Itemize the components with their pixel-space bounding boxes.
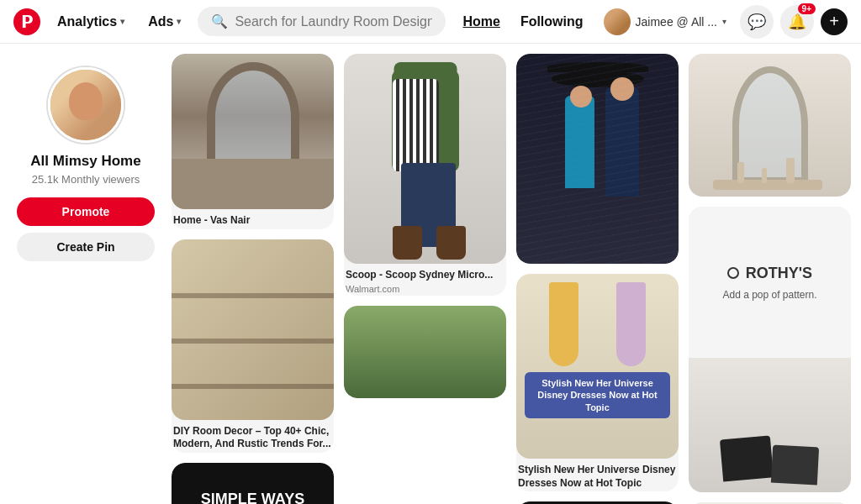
pins-column-2: Home - Vas Nair DIY Room Decor – Top 40+…	[172, 54, 334, 504]
pin-disney-overlay: Stylish New Her Universe Disney Dresses …	[525, 372, 670, 418]
header-right: Home Following Jaimee @ All ... ▾ 💬 🔔 9+…	[456, 5, 848, 39]
profile-avatar	[48, 67, 124, 143]
pin-living-room[interactable]: Home - Vas Nair	[172, 54, 334, 229]
pin-couple-image	[516, 54, 679, 264]
search-input[interactable]	[235, 14, 432, 29]
rothys-logo: ROTHY'S	[727, 265, 812, 282]
username: Jaimee @ All ...	[636, 15, 717, 29]
notifications-button[interactable]: 🔔 9+	[780, 5, 814, 39]
pin-simple-text: Simple WaysTo Update Your	[186, 491, 320, 504]
pin-simple-ways[interactable]: Simple WaysTo Update Your	[172, 463, 334, 504]
pin-disney[interactable]: Stylish New Her Universe Disney Dresses …	[516, 274, 679, 491]
pin-outfit-title: Scoop - Scoop Sydney Micro...	[346, 269, 504, 282]
rothys-brand-section: ROTHY'S Add a pop of pattern.	[689, 207, 851, 358]
pins-column-center: Stylish New Her Universe Disney Dresses …	[516, 54, 679, 504]
pin-arch[interactable]	[689, 54, 851, 197]
profile-viewers: 25.1k Monthly viewers	[32, 173, 140, 186]
pin-outfit-image	[344, 54, 506, 264]
pin-nature[interactable]	[344, 306, 506, 398]
pin-couple[interactable]	[516, 54, 679, 264]
pin-outfit-source: Walmart.com	[346, 284, 504, 294]
rothys-shoe-image	[689, 358, 851, 492]
pin-rothys[interactable]: ROTHY'S Add a pop of pattern.	[689, 207, 851, 492]
following-link[interactable]: Following	[514, 9, 590, 34]
pin-nature-image	[344, 306, 506, 398]
header: 𝗣 Analytics ▾ Ads ▾ 🔍 Home Following Jai…	[0, 0, 861, 44]
pin-shelf-room[interactable]: DIY Room Decor – Top 40+ Chic, Modern, A…	[172, 239, 334, 453]
analytics-label: Analytics	[57, 14, 117, 29]
pins-layout: All Mimsy Home 25.1k Monthly viewers Pro…	[0, 54, 861, 504]
pin-disney-title: Stylish New Her Universe Disney Dresses …	[518, 464, 677, 490]
pins-column-4: ROTHY'S Add a pop of pattern.	[689, 54, 851, 504]
pin-outfit[interactable]: Scoop - Scoop Sydney Micro... Walmart.co…	[344, 54, 506, 296]
pin-living-room-title: Home - Vas Nair	[173, 214, 332, 228]
profile-name: All Mimsy Home	[30, 153, 140, 170]
user-chevron-icon: ▾	[722, 17, 726, 26]
add-button[interactable]: +	[821, 8, 848, 35]
pinterest-logo[interactable]: 𝗣	[13, 8, 40, 35]
pins-column-3: Scoop - Scoop Sydney Micro... Walmart.co…	[344, 54, 506, 398]
ads-chevron-icon: ▾	[177, 17, 181, 26]
pin-shelf-title: DIY Room Decor – Top 40+ Chic, Modern, A…	[173, 425, 332, 451]
pin-living-room-image	[172, 54, 334, 209]
pin-shelf-image	[172, 239, 334, 420]
ads-label: Ads	[148, 14, 173, 29]
pin-disney-image: Stylish New Her Universe Disney Dresses …	[516, 274, 679, 459]
rothys-tagline: Add a pop of pattern.	[722, 289, 816, 301]
pin-simple-image: Simple WaysTo Update Your	[172, 463, 334, 504]
profile-card: All Mimsy Home 25.1k Monthly viewers Pro…	[10, 54, 161, 275]
promote-button[interactable]: Promote	[17, 197, 155, 226]
create-pin-button[interactable]: Create Pin	[17, 233, 155, 261]
profile-column: All Mimsy Home 25.1k Monthly viewers Pro…	[10, 54, 161, 275]
ads-nav[interactable]: Ads ▾	[141, 9, 188, 34]
analytics-nav[interactable]: Analytics ▾	[50, 9, 131, 34]
pin-arch-image	[689, 54, 851, 197]
notification-badge: 9+	[798, 3, 816, 14]
messages-button[interactable]: 💬	[740, 5, 774, 39]
analytics-chevron-icon: ▾	[120, 17, 124, 26]
search-bar[interactable]: 🔍	[198, 7, 446, 36]
avatar	[604, 8, 631, 35]
user-menu[interactable]: Jaimee @ All ... ▾	[597, 5, 733, 39]
search-icon: 🔍	[211, 13, 228, 29]
home-link[interactable]: Home	[456, 9, 506, 34]
